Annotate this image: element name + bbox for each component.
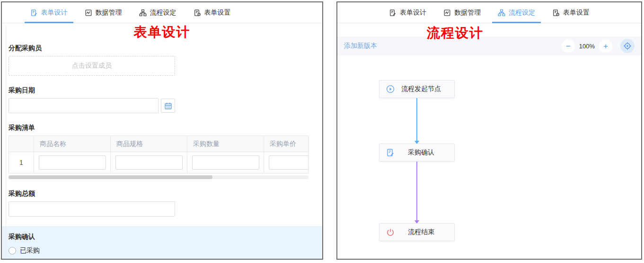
data-management-icon [443, 9, 451, 17]
tab-label: 流程设定 [150, 9, 176, 17]
column-header: 采购单价 [264, 136, 309, 152]
purchase-date-input[interactable] [9, 98, 159, 113]
minus-icon: − [566, 42, 571, 50]
tab-label: 流程设定 [509, 9, 535, 17]
purchase-qty-input[interactable] [192, 155, 259, 170]
index-header-cell [9, 136, 34, 152]
tab-label: 数据管理 [96, 9, 122, 17]
field-label: 分配采购员 [9, 44, 315, 53]
form-settings-icon [194, 9, 201, 17]
column-header: 商品名称 [34, 136, 110, 152]
field-assign-purchaser: 分配采购员 点击设置成员 [9, 44, 315, 76]
tab-process-settings[interactable]: 流程设定 [139, 2, 176, 23]
flow-node-end[interactable]: 流程结束 [379, 223, 455, 241]
row-index-cell: 1 [9, 152, 34, 173]
member-picker[interactable]: 点击设置成员 [9, 56, 175, 76]
table-header-row: 商品名称 商品规格 采购数量 采购单价 [9, 136, 309, 152]
locate-button[interactable] [620, 39, 635, 53]
field-purchase-date: 采购日期 [9, 86, 315, 113]
tab-form-settings[interactable]: 表单设置 [194, 2, 231, 23]
form-design-panel: 表单设计 数据管理 流程设定 表单设置 表单设计 分配采购员 点击设置成员 采购… [1, 1, 323, 260]
form-edit-icon [386, 148, 395, 157]
table-row: 1 [9, 152, 309, 173]
form-design-icon [389, 9, 397, 17]
product-spec-input[interactable] [115, 155, 183, 170]
annotation-form-design: 表单设计 [2, 23, 322, 42]
form-canvas: 分配采购员 点击设置成员 采购日期 采购清单 商品名称 [2, 44, 322, 260]
member-picker-placeholder: 点击设置成员 [72, 62, 112, 70]
play-icon [386, 85, 395, 93]
tab-bar: 表单设计 数据管理 流程设定 表单设置 [337, 2, 641, 23]
radio-unselected-icon [9, 247, 16, 254]
field-label: 采购确认 [9, 233, 315, 241]
flow-toolbar: 添加新版本 − 100% + [337, 36, 641, 55]
flow-node-confirm[interactable]: 采购确认 [379, 144, 455, 162]
process-design-panel: 表单设计 数据管理 流程设定 表单设置 流程设计 添加新版本 − 100% + [336, 1, 642, 260]
tab-data-management[interactable]: 数据管理 [85, 2, 122, 23]
field-purchase-total: 采购总额 [9, 190, 315, 217]
add-version-link[interactable]: 添加新版本 [344, 42, 377, 50]
field-purchase-list: 采购清单 商品名称 商品规格 采购数量 采购单价 1 [9, 124, 315, 179]
horizontal-scrollbar[interactable] [9, 175, 309, 179]
tab-label: 表单设置 [204, 9, 231, 17]
tab-label: 表单设置 [563, 9, 590, 17]
unit-price-input[interactable] [269, 155, 309, 170]
flow-node-start[interactable]: 流程发起节点 [379, 80, 455, 98]
flow-arrow-blue [416, 98, 417, 144]
locate-icon [623, 42, 632, 50]
radio-label: 已采购 [20, 246, 40, 255]
tab-label: 表单设计 [41, 9, 68, 17]
form-design-icon [30, 9, 38, 17]
tab-form-design[interactable]: 表单设计 [30, 2, 68, 23]
tab-process-settings[interactable]: 流程设定 [498, 2, 535, 23]
tab-data-management[interactable]: 数据管理 [443, 2, 481, 23]
calendar-icon [164, 102, 172, 110]
zoom-in-button[interactable]: + [599, 39, 612, 53]
tab-label: 表单设计 [400, 9, 426, 17]
zoom-out-button[interactable]: − [562, 39, 575, 53]
purchase-list-table: 商品名称 商品规格 采购数量 采购单价 1 [9, 136, 309, 173]
field-label: 采购日期 [9, 86, 315, 95]
power-icon [386, 228, 395, 236]
flow-arrow-purple [416, 162, 417, 223]
column-header: 采购数量 [187, 136, 264, 152]
process-settings-icon [139, 9, 147, 17]
plus-icon: + [603, 42, 608, 50]
field-label: 采购总额 [9, 190, 315, 198]
tab-form-settings[interactable]: 表单设置 [552, 2, 590, 23]
field-label: 采购清单 [9, 124, 315, 132]
column-header: 商品规格 [110, 136, 187, 152]
process-settings-icon [498, 9, 505, 17]
calendar-button[interactable] [161, 99, 175, 113]
flow-canvas: 流程发起节点 采购确认 流程结束 [337, 55, 641, 259]
tab-bar: 表单设计 数据管理 流程设定 表单设置 [2, 2, 322, 23]
canvas-edge-line [6, 25, 6, 260]
purchase-confirm-section: 采购确认 已采购 待采购 [2, 226, 322, 260]
form-settings-icon [552, 9, 560, 17]
flow-node-label: 流程结束 [395, 228, 448, 236]
data-management-icon [85, 9, 92, 17]
product-name-input[interactable] [39, 155, 106, 170]
tab-form-design[interactable]: 表单设计 [389, 2, 426, 23]
zoom-level: 100% [579, 43, 595, 50]
scrollbar-thumb[interactable] [9, 175, 212, 179]
tab-label: 数据管理 [454, 9, 481, 17]
flow-node-label: 流程发起节点 [395, 85, 448, 93]
purchase-total-input[interactable] [9, 201, 175, 217]
flow-node-label: 采购确认 [395, 148, 448, 157]
radio-option-purchased[interactable]: 已采购 [9, 246, 315, 255]
